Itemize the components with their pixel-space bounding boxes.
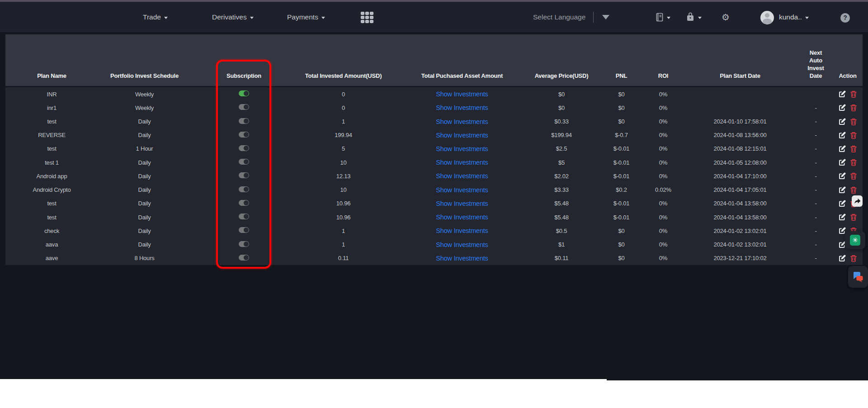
show-investments-link[interactable]: Show Investments [436, 90, 488, 98]
show-investments-link[interactable]: Show Investments [436, 241, 488, 248]
show-investments-link[interactable]: Show Investments [436, 186, 488, 194]
extension-translate-button[interactable] [848, 266, 868, 288]
plan-name-cell: aave [5, 255, 89, 261]
delete-button[interactable] [850, 118, 857, 125]
settings-gear-icon[interactable]: ⚙ [722, 2, 730, 32]
edit-button[interactable] [839, 132, 846, 139]
delete-button[interactable] [850, 104, 857, 111]
extension-share-button[interactable] [852, 195, 863, 207]
apps-grid-icon[interactable] [361, 12, 374, 23]
user-menu[interactable]: kunda.. [779, 2, 809, 32]
subscription-cell [200, 145, 288, 152]
delete-button[interactable] [850, 172, 857, 180]
language-selector[interactable]: Select Language [533, 2, 585, 32]
subscription-toggle[interactable] [239, 213, 249, 219]
language-selector-label: Select Language [533, 13, 585, 21]
edit-pencil-icon [839, 255, 846, 262]
edit-button[interactable] [839, 213, 846, 221]
next-invest-date-cell: - [799, 104, 833, 111]
purchased-asset-cell: Show Investments [399, 186, 525, 194]
edit-button[interactable] [839, 90, 846, 98]
chevron-down-icon [321, 17, 325, 19]
show-investments-link[interactable]: Show Investments [436, 255, 488, 262]
delete-button[interactable] [850, 132, 857, 139]
subscription-toggle[interactable] [239, 172, 249, 178]
subscription-toggle[interactable] [239, 200, 249, 206]
wallet-menu[interactable] [686, 2, 702, 32]
delete-button[interactable] [850, 90, 857, 98]
average-price-cell: $0 [525, 91, 598, 98]
invested-amount-cell: 0 [288, 91, 399, 98]
edit-button[interactable] [839, 227, 846, 234]
invested-amount-cell: 199.94 [288, 132, 399, 138]
subscription-toggle[interactable] [239, 145, 249, 151]
action-cell [833, 104, 863, 111]
show-investments-link[interactable]: Show Investments [436, 159, 488, 166]
subscription-toggle[interactable] [239, 104, 249, 110]
edit-pencil-icon [839, 213, 846, 221]
invested-amount-cell: 1 [288, 228, 399, 234]
subscription-toggle[interactable] [239, 90, 249, 96]
edit-button[interactable] [839, 255, 846, 262]
subscription-toggle[interactable] [239, 227, 249, 233]
chevron-down-icon [667, 17, 670, 19]
show-investments-link[interactable]: Show Investments [436, 227, 488, 234]
subscription-toggle[interactable] [239, 186, 249, 192]
show-investments-link[interactable]: Show Investments [436, 145, 488, 152]
edit-pencil-icon [839, 172, 846, 180]
edit-button[interactable] [839, 200, 846, 207]
nav-menu-derivatives[interactable]: Derivatives [212, 2, 254, 32]
subscription-toggle[interactable] [239, 118, 249, 124]
trash-icon [850, 172, 857, 180]
average-price-cell: $2.02 [525, 173, 598, 180]
user-avatar[interactable] [760, 11, 774, 24]
action-cell [833, 159, 863, 166]
subscription-cell [200, 213, 288, 221]
edit-button[interactable] [839, 159, 846, 166]
show-investments-link[interactable]: Show Investments [436, 104, 488, 111]
edit-button[interactable] [839, 145, 846, 152]
subscription-toggle[interactable] [239, 255, 249, 261]
delete-button[interactable] [850, 145, 857, 152]
next-invest-date-cell: - [799, 200, 833, 207]
edit-button[interactable] [839, 118, 846, 125]
edit-button[interactable] [839, 186, 846, 194]
subscription-cell [200, 159, 288, 166]
nav-menu-payments[interactable]: Payments [287, 2, 325, 32]
nav-menu-trade[interactable]: Trade [143, 2, 168, 32]
col-header-pnl: PNL [598, 72, 645, 80]
language-dropdown-icon[interactable] [602, 15, 609, 19]
show-investments-link[interactable]: Show Investments [436, 118, 488, 125]
schedule-cell: Daily [89, 118, 200, 125]
show-investments-link[interactable]: Show Investments [436, 172, 488, 180]
purchased-asset-cell: Show Investments [399, 118, 525, 125]
table-row: test Daily 1 Show Investments $0.33 $0 0… [5, 114, 863, 128]
extension-chatgpt-button[interactable]: ✳ [845, 231, 865, 249]
table-row: test 1 Hour 5 Show Investments $2.5 $-0.… [5, 142, 863, 156]
show-investments-link[interactable]: Show Investments [436, 200, 488, 207]
delete-button[interactable] [850, 159, 857, 166]
subscription-toggle[interactable] [239, 159, 249, 165]
delete-button[interactable] [850, 255, 857, 262]
subscription-toggle[interactable] [239, 132, 249, 138]
plan-name-cell: REVERSE [5, 132, 89, 138]
col-header-portfolio-invest-schedule: Portfolio Invest Schedule [89, 72, 200, 80]
orders-book-menu[interactable] [655, 2, 670, 32]
edit-button[interactable] [839, 172, 846, 180]
subscription-toggle[interactable] [239, 241, 249, 247]
average-price-cell: $5.48 [525, 214, 598, 221]
purchased-asset-cell: Show Investments [399, 255, 525, 262]
show-investments-link[interactable]: Show Investments [436, 213, 488, 221]
table-row: Android app Daily 12.13 Show Investments… [5, 169, 863, 183]
roi-cell: 0.02% [645, 186, 681, 193]
plan-name-cell: test [5, 118, 89, 125]
help-icon[interactable]: ? [840, 13, 850, 23]
show-investments-link[interactable]: Show Investments [436, 132, 488, 139]
roi-cell: 0% [645, 241, 681, 248]
roi-cell: 0% [645, 145, 681, 152]
roi-cell: 0% [645, 118, 681, 125]
edit-button[interactable] [839, 104, 846, 111]
delete-button[interactable] [850, 186, 857, 194]
delete-button[interactable] [850, 213, 857, 221]
table-row: test Daily 10.96 Show Investments $5.48 … [5, 197, 863, 210]
